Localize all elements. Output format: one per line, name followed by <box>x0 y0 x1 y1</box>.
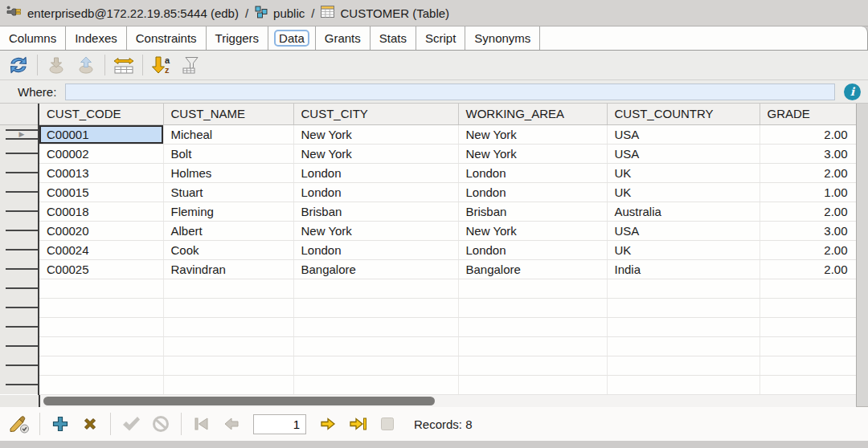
row-header[interactable] <box>0 240 39 259</box>
column-header-grade[interactable]: GRADE <box>760 104 856 124</box>
grid-cell[interactable]: 2.00 <box>760 259 856 279</box>
grid-cell[interactable]: 2.00 <box>760 240 856 259</box>
edit-record-icon[interactable] <box>6 411 32 437</box>
insert-record-icon[interactable] <box>47 411 73 437</box>
row-header[interactable]: ▶ <box>0 124 39 144</box>
grid-cell[interactable]: Holmes <box>163 163 293 182</box>
grid-cell[interactable]: 3.00 <box>760 144 856 163</box>
tab-grants[interactable]: Grants <box>316 26 371 50</box>
grid-cell[interactable]: C00001 <box>39 124 163 144</box>
tab-synonyms[interactable]: Synonyms <box>465 26 540 50</box>
row-header[interactable] <box>0 298 39 317</box>
refresh-icon[interactable] <box>5 53 32 77</box>
last-record-icon[interactable] <box>345 411 371 437</box>
row-header-inner <box>6 345 38 347</box>
tab-indexes[interactable]: Indexes <box>66 26 127 50</box>
delete-record-icon[interactable] <box>77 411 103 437</box>
grid-cell[interactable]: Bolt <box>163 144 293 163</box>
filter-icon[interactable] <box>178 53 205 77</box>
tab-columns[interactable]: Columns <box>0 26 66 50</box>
row-header[interactable] <box>0 375 39 394</box>
grid-cell[interactable]: Stuart <box>163 182 293 202</box>
grid-cell[interactable]: 2.00 <box>760 163 856 182</box>
grid-cell[interactable]: Cook <box>163 240 293 259</box>
breadcrumb-connection[interactable]: enterprisedb@172.22.19.85:5444 (edb) <box>27 6 239 20</box>
row-header[interactable] <box>0 202 39 221</box>
grid-cell[interactable]: C00020 <box>39 221 163 240</box>
grid-cell[interactable]: Albert <box>163 221 293 240</box>
empty-cell <box>458 336 607 356</box>
grid-cell[interactable]: C00002 <box>39 144 163 163</box>
column-header-cust_city[interactable]: CUST_CITY <box>293 104 458 124</box>
tab-stats[interactable]: Stats <box>371 26 416 50</box>
empty-cell <box>607 356 760 375</box>
horizontal-scrollbar[interactable] <box>0 395 856 407</box>
column-header-cust_country[interactable]: CUST_COUNTRY <box>607 104 760 124</box>
row-header[interactable] <box>0 259 39 279</box>
grid-cell[interactable]: London <box>293 163 458 182</box>
grid-cell[interactable]: Bangalore <box>293 259 458 279</box>
grid-cell[interactable]: C00015 <box>39 182 163 202</box>
grid-cell[interactable]: UK <box>607 163 760 182</box>
row-header[interactable] <box>0 356 39 375</box>
grid-cell[interactable]: Fleming <box>163 202 293 221</box>
grid-cell[interactable]: Bangalore <box>458 259 607 279</box>
grid-cell[interactable]: London <box>458 240 607 259</box>
next-record-icon[interactable] <box>315 411 341 437</box>
row-header[interactable] <box>0 279 39 298</box>
grid-cell[interactable]: Ravindran <box>163 259 293 279</box>
grid-cell[interactable]: Australia <box>607 202 760 221</box>
grid-cell[interactable]: 2.00 <box>760 202 856 221</box>
grid-cell[interactable]: India <box>607 259 760 279</box>
where-input[interactable] <box>65 83 835 100</box>
grid-cell[interactable]: C00025 <box>39 259 163 279</box>
row-header[interactable] <box>0 221 39 240</box>
tab-script[interactable]: Script <box>416 26 465 50</box>
row-header[interactable] <box>0 317 39 336</box>
horizontal-scrollbar-track[interactable] <box>39 395 856 407</box>
breadcrumb-schema[interactable]: public <box>273 6 305 20</box>
grid-cell[interactable]: London <box>458 163 607 182</box>
grid-cell[interactable]: UK <box>607 240 760 259</box>
grid-cell[interactable]: USA <box>607 221 760 240</box>
column-header-cust_code[interactable]: CUST_CODE <box>39 104 163 124</box>
grid-cell[interactable]: 1.00 <box>760 182 856 202</box>
grid-cell[interactable]: C00013 <box>39 163 163 182</box>
grid-cell[interactable]: New York <box>458 221 607 240</box>
grid-cell[interactable]: USA <box>607 144 760 163</box>
breadcrumb-object[interactable]: CUSTOMER (Table) <box>340 6 449 20</box>
record-number-input[interactable] <box>253 414 306 434</box>
info-icon[interactable]: i <box>844 83 861 100</box>
tab-triggers[interactable]: Triggers <box>207 26 268 50</box>
grid-cell[interactable]: Micheal <box>163 124 293 144</box>
grid-cell[interactable]: USA <box>607 124 760 144</box>
vertical-scrollbar[interactable] <box>856 104 868 406</box>
row-header[interactable] <box>0 336 39 356</box>
row-header[interactable] <box>0 182 39 202</box>
grid-cell[interactable]: New York <box>293 124 458 144</box>
grid-cell[interactable]: New York <box>458 124 607 144</box>
row-header[interactable] <box>0 144 39 163</box>
column-header-working_area[interactable]: WORKING_AREA <box>458 104 607 124</box>
grid-cell[interactable]: New York <box>293 144 458 163</box>
grid-cell[interactable]: UK <box>607 182 760 202</box>
sort-icon[interactable]: a z <box>148 53 175 77</box>
grid-cell[interactable]: Brisban <box>458 202 607 221</box>
grid-cell[interactable]: London <box>293 182 458 202</box>
horizontal-scrollbar-thumb[interactable] <box>43 397 435 405</box>
grid-cell[interactable]: Brisban <box>293 202 458 221</box>
grid-cell[interactable]: 3.00 <box>760 221 856 240</box>
tab-constraints[interactable]: Constraints <box>127 26 207 50</box>
grid-cell[interactable]: New York <box>458 144 607 163</box>
row-header[interactable] <box>0 163 39 182</box>
grid-cell[interactable]: C00018 <box>39 202 163 221</box>
grid-cell[interactable]: London <box>293 240 458 259</box>
column-header-cust_name[interactable]: CUST_NAME <box>163 104 293 124</box>
fit-column-width-icon[interactable] <box>110 53 137 77</box>
empty-cell <box>293 298 458 317</box>
grid-cell[interactable]: New York <box>293 221 458 240</box>
tab-data[interactable]: Data <box>268 26 316 50</box>
grid-cell[interactable]: 2.00 <box>760 124 856 144</box>
grid-cell[interactable]: C00024 <box>39 240 163 259</box>
grid-cell[interactable]: London <box>458 182 607 202</box>
